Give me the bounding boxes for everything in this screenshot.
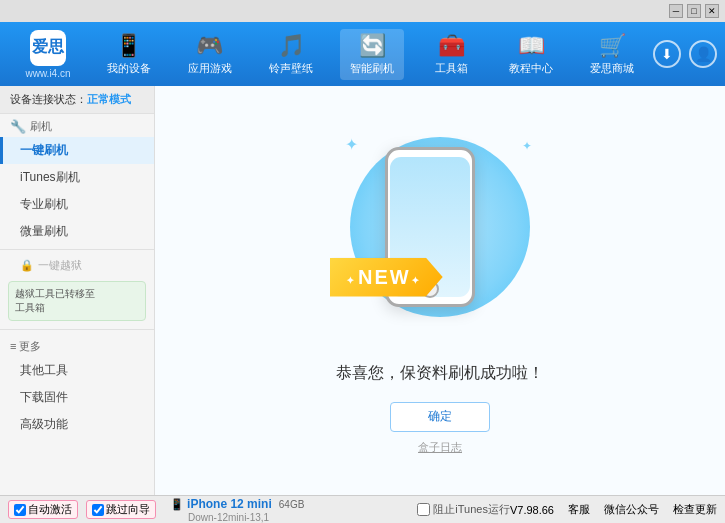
theme-label: 爱思商城 xyxy=(590,61,634,76)
flash-section-label: 刷机 xyxy=(30,119,52,134)
sidebar-item-pro[interactable]: 专业刷机 xyxy=(0,191,154,218)
logo-icon: 爱思 xyxy=(30,30,66,66)
sidebar-item-itunes[interactable]: iTunes刷机 xyxy=(0,164,154,191)
sidebar-item-download-fw[interactable]: 下载固件 xyxy=(0,384,154,411)
skip-wizard-checkbox[interactable]: 跳过向导 xyxy=(86,500,156,519)
confirm-button[interactable]: 确定 xyxy=(390,402,490,432)
minimize-btn[interactable]: ─ xyxy=(669,4,683,18)
more-section-label: ≡ 更多 xyxy=(10,339,41,354)
nav-ringtone[interactable]: 🎵 铃声壁纸 xyxy=(259,29,323,80)
nav-toolbox[interactable]: 🧰 工具箱 xyxy=(422,29,482,80)
auto-activate-checkbox[interactable]: 自动激活 xyxy=(8,500,78,519)
logo-subtitle: www.i4.cn xyxy=(25,68,70,79)
sidebar-divider-1 xyxy=(0,249,154,250)
sparkle-left: ✦ xyxy=(345,135,358,154)
close-btn[interactable]: ✕ xyxy=(705,4,719,18)
content-area: ✦ ✦ ✦NEW✦ 恭喜您，保资料刷机成功啦！ 确定 盒子日志 xyxy=(155,86,725,495)
sidebar-divider-2 xyxy=(0,329,154,330)
theme-icon: 🛒 xyxy=(599,33,626,59)
service-link[interactable]: 客服 xyxy=(568,502,590,517)
more-section-header: ≡ 更多 xyxy=(0,334,154,357)
version-text: V7.98.66 xyxy=(510,504,554,516)
skip-wizard-input[interactable] xyxy=(92,504,104,516)
wechat-link[interactable]: 微信公众号 xyxy=(604,502,659,517)
device-status: 设备连接状态：正常模式 xyxy=(0,86,154,114)
nav-apps[interactable]: 🎮 应用游戏 xyxy=(178,29,242,80)
status-left: 自动激活 跳过向导 📱 iPhone 12 mini 64GB Down-12m… xyxy=(8,497,417,523)
main-layout: 设备连接状态：正常模式 🔧 刷机 一键刷机 iTunes刷机 专业刷机 微量刷机… xyxy=(0,86,725,495)
sidebar-item-advanced[interactable]: 高级功能 xyxy=(0,411,154,438)
nav-tutorial[interactable]: 📖 教程中心 xyxy=(499,29,563,80)
status-right: V7.98.66 客服 微信公众号 检查更新 xyxy=(510,502,717,517)
tutorial-label: 教程中心 xyxy=(509,61,553,76)
stop-itunes[interactable]: 阻止iTunes运行 xyxy=(417,502,510,517)
stop-itunes-checkbox[interactable] xyxy=(417,503,430,516)
jailbreak-note: 越狱工具已转移至 工具箱 xyxy=(8,281,146,321)
sidebar-item-datapreserve[interactable]: 微量刷机 xyxy=(0,218,154,245)
ringtone-label: 铃声壁纸 xyxy=(269,61,313,76)
status-bar: 自动激活 跳过向导 📱 iPhone 12 mini 64GB Down-12m… xyxy=(0,495,725,523)
sparkle-right: ✦ xyxy=(522,139,532,153)
update-link[interactable]: 检查更新 xyxy=(673,502,717,517)
new-banner: ✦NEW✦ xyxy=(330,258,443,297)
auto-activate-label: 自动激活 xyxy=(28,502,72,517)
status-label: 设备连接状态： xyxy=(10,93,87,105)
nav-theme[interactable]: 🛒 爱思商城 xyxy=(580,29,644,80)
success-message: 恭喜您，保资料刷机成功啦！ xyxy=(336,363,544,384)
ringtone-icon: 🎵 xyxy=(278,33,305,59)
skip-wizard-label: 跳过向导 xyxy=(106,502,150,517)
apps-icon: 🎮 xyxy=(196,33,223,59)
auto-activate-input[interactable] xyxy=(14,504,26,516)
jailbreak-note-text: 越狱工具已转移至 工具箱 xyxy=(15,288,95,313)
title-bar: ─ □ ✕ xyxy=(0,0,725,22)
device-version: Down-12mini-13,1 xyxy=(170,512,269,523)
smart-flash-label: 智能刷机 xyxy=(350,61,394,76)
device-capacity: 64GB xyxy=(279,499,305,510)
new-badge-text: NEW xyxy=(358,266,411,288)
nav-actions: ⬇ 👤 xyxy=(653,40,717,68)
maximize-btn[interactable]: □ xyxy=(687,4,701,18)
lock-icon: 🔒 xyxy=(20,259,34,272)
status-value: 正常模式 xyxy=(87,93,131,105)
device-info: 📱 iPhone 12 mini 64GB Down-12mini-13,1 xyxy=(170,497,304,523)
toolbox-label: 工具箱 xyxy=(435,61,468,76)
nav-my-device[interactable]: 📱 我的设备 xyxy=(97,29,161,80)
apps-label: 应用游戏 xyxy=(188,61,232,76)
device-icon: 📱 xyxy=(170,498,184,510)
sidebar-item-other-tools[interactable]: 其他工具 xyxy=(0,357,154,384)
nav-items: 📱 我的设备 🎮 应用游戏 🎵 铃声壁纸 🔄 智能刷机 🧰 工具箱 📖 教程中心… xyxy=(88,29,653,80)
illustration: ✦ ✦ ✦NEW✦ xyxy=(340,127,540,347)
user-btn[interactable]: 👤 xyxy=(689,40,717,68)
smart-flash-icon: 🔄 xyxy=(359,33,386,59)
new-star-icon2: ✦ xyxy=(411,275,421,286)
device-name: iPhone 12 mini xyxy=(187,497,272,511)
sidebar-locked-jailbreak: 🔒 一键越狱 xyxy=(0,254,154,277)
download-btn[interactable]: ⬇ xyxy=(653,40,681,68)
locked-label: 一键越狱 xyxy=(38,258,82,273)
sidebar: 设备连接状态：正常模式 🔧 刷机 一键刷机 iTunes刷机 专业刷机 微量刷机… xyxy=(0,86,155,495)
new-star-icon: ✦ xyxy=(346,275,356,286)
stop-itunes-label: 阻止iTunes运行 xyxy=(433,502,510,517)
toolbox-icon: 🧰 xyxy=(438,33,465,59)
my-device-icon: 📱 xyxy=(115,33,142,59)
nav-smart-flash[interactable]: 🔄 智能刷机 xyxy=(340,29,404,80)
flash-section-header: 🔧 刷机 xyxy=(0,114,154,137)
nav-bar: 爱思 www.i4.cn 📱 我的设备 🎮 应用游戏 🎵 铃声壁纸 🔄 智能刷机… xyxy=(0,22,725,86)
sidebar-item-onekey[interactable]: 一键刷机 xyxy=(0,137,154,164)
app-logo: 爱思 www.i4.cn xyxy=(8,30,88,79)
flash-section-icon: 🔧 xyxy=(10,119,26,134)
my-device-label: 我的设备 xyxy=(107,61,151,76)
retry-link[interactable]: 盒子日志 xyxy=(418,440,462,455)
tutorial-icon: 📖 xyxy=(518,33,545,59)
